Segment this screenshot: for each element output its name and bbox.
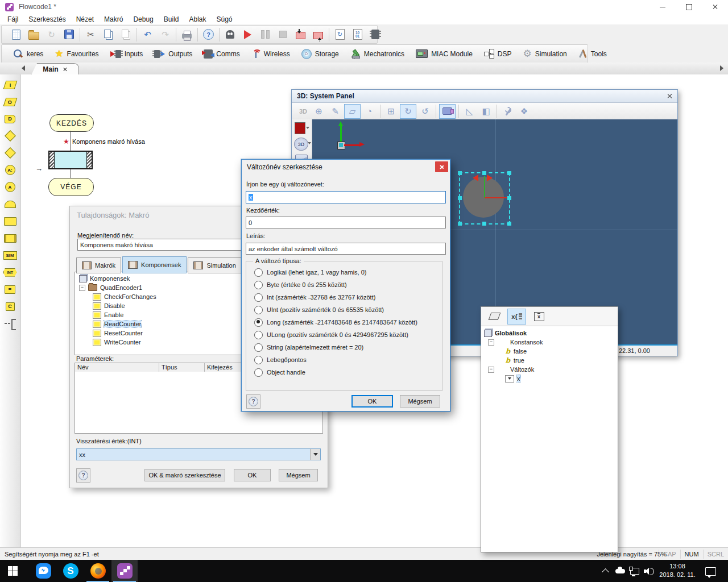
type-option-logikai[interactable]: Logikai (lehet igaz, 1 vagy hamis, 0) — [254, 268, 366, 276]
print-button[interactable] — [178, 27, 196, 43]
simulation-button[interactable]: ⚙Simulation — [518, 46, 573, 62]
undo-button[interactable]: ↶ — [139, 27, 156, 43]
combo-dropdown-button[interactable] — [310, 449, 320, 460]
radio-icon[interactable] — [254, 368, 263, 377]
type-option-object-handle[interactable]: Object handle — [254, 368, 305, 376]
initial-value-input[interactable]: 0 — [246, 217, 446, 228]
tray-network[interactable] — [630, 560, 639, 582]
storage-button[interactable]: Storage — [296, 46, 345, 62]
props-ok-button[interactable]: OK — [234, 469, 271, 481]
comms-button[interactable]: Comms — [198, 46, 245, 62]
type-option-int[interactable]: Int (számérték -32768 és 32767 között) — [254, 293, 375, 301]
tray-expand-button[interactable] — [603, 560, 608, 582]
column-nev[interactable]: Név — [75, 363, 159, 372]
taskbar-skype[interactable]: S — [57, 560, 84, 582]
menu-ablak[interactable]: Ablak — [184, 15, 211, 23]
camera-button[interactable] — [439, 104, 456, 119]
sidebar-item-input[interactable]: I — [2, 78, 19, 92]
help-button[interactable]: ? — [200, 27, 217, 43]
open-button[interactable] — [25, 27, 43, 43]
program-chip-button[interactable] — [366, 27, 384, 43]
mechatronics-button[interactable]: Mechatronics — [345, 46, 410, 62]
search-components-button[interactable]: keres — [7, 46, 49, 62]
favourites-button[interactable]: ★Favourites — [49, 46, 104, 62]
var-ok-button[interactable]: OK — [351, 395, 393, 408]
tree-item[interactable]: ResetCounter — [104, 330, 143, 336]
menu-makro[interactable]: Makró — [99, 15, 128, 23]
radio-icon[interactable] — [254, 281, 263, 289]
paste-button[interactable] — [117, 27, 135, 43]
rotate-left-arrow-icon[interactable] — [473, 174, 478, 181]
menu-build[interactable]: Build — [159, 15, 184, 23]
resize-handle[interactable] — [507, 222, 511, 226]
resize-handle[interactable] — [482, 222, 486, 226]
type-option-long[interactable]: Long (számérték -2147483648 és 214748364… — [254, 318, 417, 326]
start-button[interactable] — [8, 566, 18, 576]
collapse-icon[interactable]: − — [79, 285, 85, 291]
radio-icon[interactable] — [254, 293, 263, 302]
appearance-button[interactable]: ❖ — [516, 105, 532, 118]
rotate-3d-button[interactable]: ↻ — [400, 104, 416, 119]
save-button[interactable] — [60, 27, 78, 43]
tray-volume[interactable] — [644, 560, 654, 582]
sidebar-item-calculation[interactable]: = — [2, 282, 19, 296]
menu-debug[interactable]: Debug — [128, 15, 158, 23]
sidebar-item-comment[interactable] — [2, 317, 19, 330]
tab-macros-icon[interactable] — [486, 309, 503, 324]
constants-group[interactable]: Konstansok — [510, 339, 543, 346]
sidebar-item-connection-point[interactable]: A: — [2, 163, 19, 177]
tree-item[interactable]: WriteCounter — [104, 339, 141, 346]
radio-selected-icon[interactable] — [254, 318, 263, 327]
sidebar-item-c-code[interactable]: C — [2, 300, 19, 313]
step-into-button[interactable] — [292, 27, 309, 43]
column-tipus[interactable]: Típus — [159, 363, 205, 372]
tray-onedrive[interactable] — [615, 560, 625, 582]
sidebar-item-switch[interactable] — [2, 146, 19, 160]
rotate-tool-button[interactable]: ◔ — [362, 105, 377, 118]
tab-simulation[interactable]: Simulation — [188, 257, 241, 273]
translate-3d-button[interactable]: ⊞ — [383, 105, 399, 118]
view-3d-button[interactable]: 3D — [294, 138, 308, 151]
tab-komponensek[interactable]: Komponensek — [122, 256, 187, 273]
variable-name-input[interactable]: x — [246, 191, 446, 203]
collapse-icon[interactable]: − — [488, 367, 494, 373]
rotate-z-button[interactable]: ↺ — [417, 105, 433, 118]
new-file-button[interactable] — [7, 27, 25, 43]
tab-scroll-right-icon[interactable] — [720, 65, 723, 71]
var-cancel-button[interactable]: Mégsem — [400, 395, 440, 408]
sidebar-item-simulation[interactable]: SIM — [2, 248, 19, 262]
minimize-button[interactable] — [650, 0, 676, 14]
tab-scroll-left-icon[interactable] — [22, 65, 25, 71]
miac-module-button[interactable]: MIAC Module — [410, 46, 478, 62]
settings-button[interactable] — [500, 105, 515, 118]
dsp-button[interactable]: DSP — [478, 46, 518, 62]
tab-watch-icon[interactable]: x — [530, 309, 548, 324]
sidebar-item-goto-connection[interactable]: A — [2, 180, 19, 194]
variable-x[interactable]: x — [517, 375, 520, 382]
tab-makrok[interactable]: Makrók — [76, 257, 121, 273]
taskbar-clock[interactable]: 13:08 2018. 02. 11. — [654, 562, 701, 579]
step-over-button[interactable] — [309, 27, 327, 43]
copy-button[interactable] — [100, 27, 117, 43]
return-value-combo[interactable]: xx — [76, 448, 321, 460]
taskbar-flowcode[interactable] — [111, 560, 138, 582]
resize-handle[interactable] — [458, 196, 462, 200]
wireless-button[interactable]: Wireless — [246, 46, 296, 62]
outputs-button[interactable]: Outputs — [148, 46, 198, 62]
sidebar-item-component-macro[interactable] — [2, 231, 19, 245]
view-compiled-button[interactable]: 1001 — [349, 27, 366, 43]
tree-group-label[interactable]: QuadEncoder1 — [100, 284, 142, 291]
constant-true[interactable]: true — [514, 357, 524, 364]
resize-handle[interactable] — [458, 171, 462, 175]
globals-tree[interactable]: Globálisok −Konstansok bfalse btrue −Vál… — [481, 326, 618, 383]
description-input[interactable]: az enkoder által számolt változó — [246, 243, 446, 255]
tree-item[interactable]: Disable — [104, 302, 125, 309]
tree-item-selected[interactable]: ReadCounter — [104, 321, 141, 327]
close-button[interactable] — [702, 0, 728, 14]
sidebar-item-macro[interactable] — [2, 214, 19, 228]
sidebar-item-output[interactable]: O — [2, 95, 19, 109]
return-value-field[interactable]: xx — [77, 449, 310, 460]
sidebar-item-decision[interactable] — [2, 129, 19, 143]
type-option-ulong[interactable]: ULong (pozitív számérték 0 és 4294967295… — [254, 331, 408, 339]
tools-button[interactable]: Tools — [573, 46, 613, 62]
